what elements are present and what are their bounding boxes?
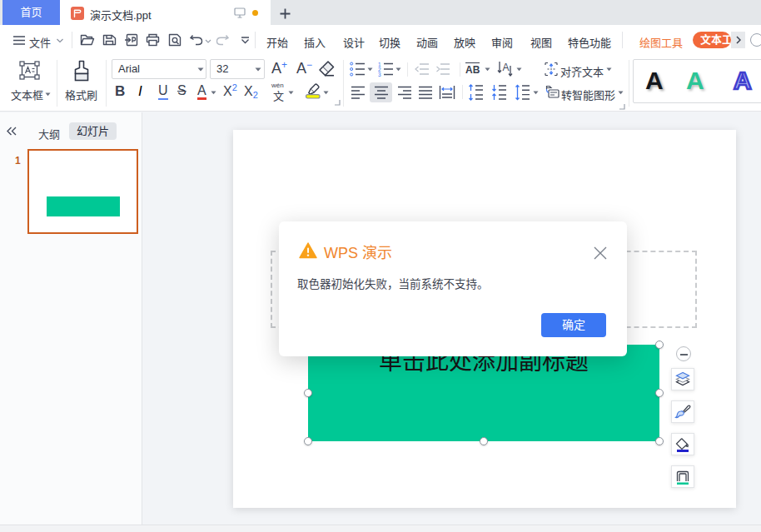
svg-text:A: A [503, 62, 510, 73]
svg-text:3: 3 [378, 72, 381, 77]
